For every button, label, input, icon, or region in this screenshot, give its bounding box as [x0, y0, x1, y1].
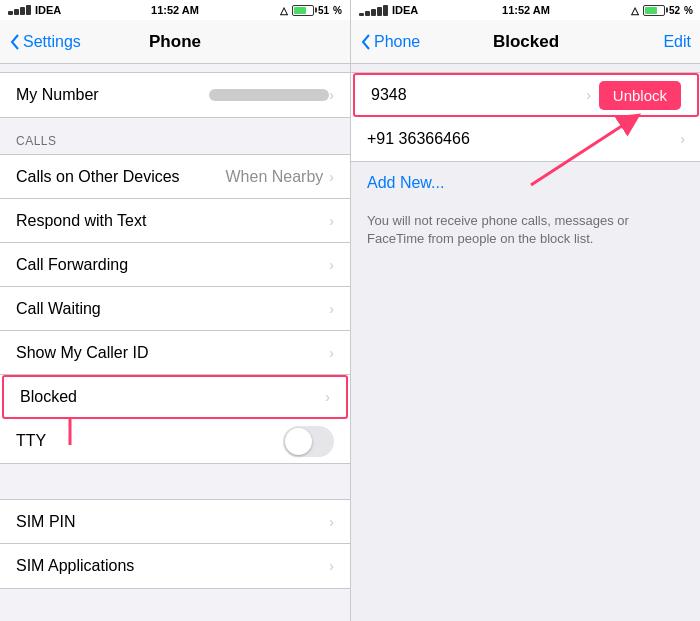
call-waiting-cell[interactable]: Call Waiting › — [0, 287, 350, 331]
battery-left — [292, 5, 314, 16]
unblock-button[interactable]: Unblock — [599, 81, 681, 110]
left-content: My Number › CALLS Calls on Other Devices… — [0, 64, 350, 621]
sim-apps-label: SIM Applications — [16, 557, 329, 575]
call-forwarding-cell[interactable]: Call Forwarding › — [0, 243, 350, 287]
tty-toggle[interactable] — [283, 426, 334, 457]
nav-bar-left: Settings Phone — [0, 20, 350, 64]
my-number-cell[interactable]: My Number › — [0, 73, 350, 117]
add-new-link[interactable]: Add New... — [367, 174, 444, 191]
blocked-list: 9348 › Unblock +91 36366466 › — [351, 72, 700, 162]
respond-with-text-cell[interactable]: Respond with Text › — [0, 199, 350, 243]
my-number-label: My Number — [16, 86, 209, 104]
calls-other-devices-value: When Nearby — [226, 168, 324, 186]
back-button-left[interactable]: Settings — [10, 33, 81, 51]
calls-other-devices-chevron: › — [329, 169, 334, 185]
respond-with-text-label: Respond with Text — [16, 212, 329, 230]
call-waiting-label: Call Waiting — [16, 300, 329, 318]
page-title-left: Phone — [149, 32, 201, 52]
tty-label: TTY — [16, 432, 283, 450]
sim-apps-cell[interactable]: SIM Applications › — [0, 544, 350, 588]
carrier-right: IDEA — [392, 4, 418, 16]
sim-pin-cell[interactable]: SIM PIN › — [0, 500, 350, 544]
blocked-number-91: +91 36366466 — [367, 130, 680, 148]
blocked-9348-chevron: › — [586, 87, 591, 103]
back-button-right[interactable]: Phone — [361, 33, 420, 51]
signal-bars-right — [359, 5, 388, 16]
show-caller-id-label: Show My Caller ID — [16, 344, 329, 362]
right-panel: IDEA 11:52 AM △ 52% Phone Blocked Edit — [351, 0, 700, 621]
block-info-text: You will not receive phone calls, messag… — [351, 204, 700, 264]
add-new-container: Add New... — [351, 162, 700, 204]
call-waiting-chevron: › — [329, 301, 334, 317]
sim-list-group: SIM PIN › SIM Applications › — [0, 499, 350, 589]
time-left: 11:52 AM — [151, 4, 199, 16]
edit-button[interactable]: Edit — [663, 33, 691, 51]
battery-pct-left: 51 — [318, 5, 329, 16]
blocked-item-91[interactable]: +91 36366466 › — [351, 117, 700, 161]
blocked-number-9348: 9348 — [371, 86, 586, 104]
show-caller-id-cell[interactable]: Show My Caller ID › — [0, 331, 350, 375]
carrier-left: IDEA — [35, 4, 61, 16]
right-panel-wrapper: IDEA 11:52 AM △ 52% Phone Blocked Edit — [351, 0, 700, 621]
bluetooth-right: △ — [631, 5, 639, 16]
right-content: 9348 › Unblock +91 36366466 › Add New...… — [351, 64, 700, 621]
calls-list-group: Calls on Other Devices When Nearby › Res… — [0, 154, 350, 464]
battery-right — [643, 5, 665, 16]
blocked-item-9348[interactable]: 9348 › Unblock — [353, 73, 699, 117]
tty-cell[interactable]: TTY — [0, 419, 350, 463]
status-bar-right: IDEA 11:52 AM △ 52% — [351, 0, 700, 20]
back-label-right: Phone — [374, 33, 420, 51]
respond-with-text-chevron: › — [329, 213, 334, 229]
my-number-group: My Number › — [0, 72, 350, 118]
nav-bar-right: Phone Blocked Edit — [351, 20, 700, 64]
call-forwarding-chevron: › — [329, 257, 334, 273]
blocked-91-chevron: › — [680, 131, 685, 147]
sim-pin-label: SIM PIN — [16, 513, 329, 531]
sim-pin-chevron: › — [329, 514, 334, 530]
status-bar-left: IDEA 11:52 AM △ 51% — [0, 0, 350, 20]
blocked-chevron: › — [325, 389, 330, 405]
my-number-value — [209, 89, 329, 101]
calls-other-devices-cell[interactable]: Calls on Other Devices When Nearby › — [0, 155, 350, 199]
calls-section-header: CALLS — [0, 118, 350, 154]
calls-other-devices-label: Calls on Other Devices — [16, 168, 226, 186]
back-label-left: Settings — [23, 33, 81, 51]
my-number-chevron: › — [329, 87, 334, 103]
left-panel: IDEA 11:52 AM △ 51% Settings Phone — [0, 0, 350, 621]
signal-bars-left — [8, 5, 31, 15]
blocked-label: Blocked — [20, 388, 325, 406]
time-right: 11:52 AM — [502, 4, 550, 16]
bluetooth-left: △ — [280, 5, 288, 16]
page-title-right: Blocked — [493, 32, 559, 52]
call-forwarding-label: Call Forwarding — [16, 256, 329, 274]
sim-apps-chevron: › — [329, 558, 334, 574]
show-caller-id-chevron: › — [329, 345, 334, 361]
battery-pct-right: 52 — [669, 5, 680, 16]
blocked-cell[interactable]: Blocked › — [2, 375, 348, 419]
